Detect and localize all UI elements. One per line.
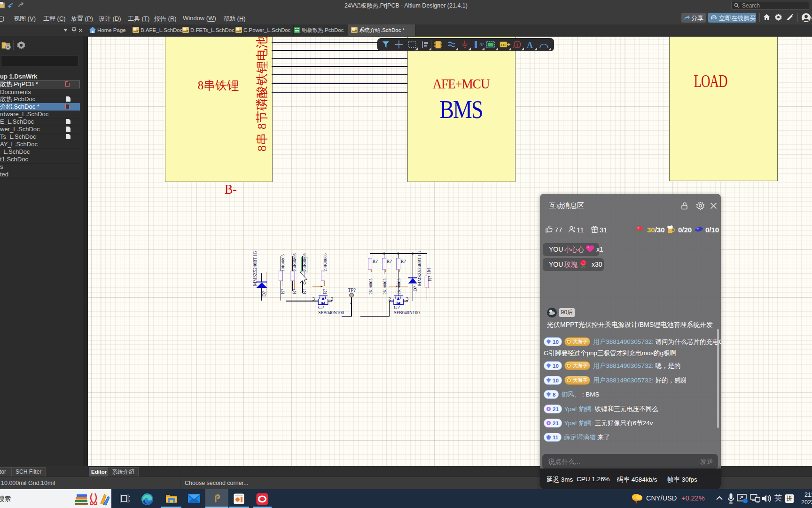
svg-text:2K /0805: 2K /0805 bbox=[368, 278, 373, 294]
svg-text:A: A bbox=[527, 40, 533, 50]
svg-text:SFB040N100: SFB040N100 bbox=[394, 310, 420, 315]
svg-text:D1: D1 bbox=[501, 43, 507, 47]
svg-text:R?: R? bbox=[373, 259, 378, 264]
svg-text:R?: R? bbox=[280, 288, 285, 294]
svg-text:R?: R? bbox=[292, 288, 297, 294]
svg-text:D?: D? bbox=[413, 286, 418, 292]
svg-text:G?: G? bbox=[318, 304, 324, 310]
svg-text:R?: R? bbox=[387, 259, 392, 264]
svg-text:2: 2 bbox=[331, 296, 334, 302]
svg-text:TP?: TP? bbox=[348, 287, 356, 293]
svg-text:2K /0805: 2K /0805 bbox=[383, 278, 387, 294]
svg-text:R?: R? bbox=[427, 276, 432, 281]
svg-text:R?: R? bbox=[322, 288, 328, 294]
svg-text:G?: G? bbox=[394, 304, 400, 310]
svg-text:2K /0805: 2K /0805 bbox=[397, 278, 401, 294]
svg-text:2.4K/0805: 2.4K/0805 bbox=[323, 253, 328, 271]
svg-text:MMSZ5246BT1G: MMSZ5246BT1G bbox=[417, 251, 422, 286]
svg-text:i: i bbox=[516, 42, 518, 48]
svg-text:MMSZ5246BT1G: MMSZ5246BT1G bbox=[252, 251, 258, 286]
svg-text:1M: 1M bbox=[426, 268, 431, 275]
svg-text:R?: R? bbox=[401, 259, 406, 264]
svg-text:SFB040N100: SFB040N100 bbox=[318, 310, 344, 315]
svg-text:3: 3 bbox=[406, 296, 409, 302]
svg-text:-III: -III bbox=[478, 42, 484, 47]
svg-text:2.4K/0805: 2.4K/0805 bbox=[302, 253, 307, 271]
svg-text:10K/0805: 10K/0805 bbox=[281, 254, 285, 272]
svg-text:2: 2 bbox=[389, 296, 391, 302]
svg-text:3: 3 bbox=[312, 296, 315, 302]
svg-text:D?: D? bbox=[261, 291, 266, 297]
svg-text:R?: R? bbox=[302, 288, 307, 294]
svg-text:2.4K/0805: 2.4K/0805 bbox=[292, 253, 297, 271]
